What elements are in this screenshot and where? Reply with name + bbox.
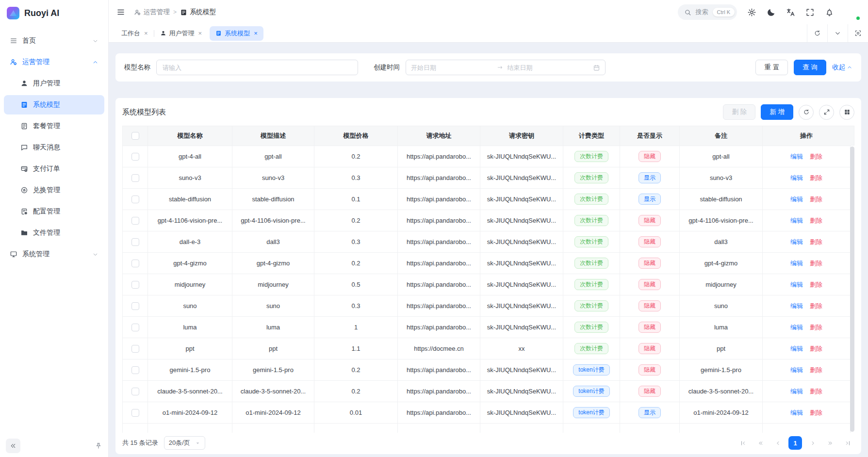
row-checkbox[interactable] — [131, 302, 139, 310]
sidebar-item-3[interactable]: 聊天消息 — [4, 138, 104, 157]
reset-button[interactable]: 重 置 — [755, 60, 788, 75]
edit-link[interactable]: 编辑 — [790, 217, 803, 224]
row-checkbox[interactable] — [131, 260, 139, 267]
model-price-cell: 0.3 — [314, 295, 398, 317]
tab-close-icon[interactable]: × — [254, 30, 258, 37]
row-checkbox[interactable] — [131, 388, 139, 395]
pin-icon[interactable] — [95, 442, 102, 450]
settings-gear-icon[interactable] — [747, 8, 756, 17]
edit-link[interactable]: 编辑 — [790, 196, 803, 203]
edit-link[interactable]: 编辑 — [790, 174, 803, 181]
sidebar-item-5[interactable]: 兑换管理 — [4, 180, 104, 200]
page-number-button[interactable]: 1 — [788, 436, 802, 450]
batch-delete-button[interactable]: 删 除 — [723, 104, 755, 120]
edit-link[interactable]: 编辑 — [790, 388, 803, 395]
notification-bell-icon[interactable] — [825, 8, 834, 17]
delete-link[interactable]: 删除 — [810, 153, 822, 160]
end-date-input[interactable] — [508, 64, 590, 71]
select-all-checkbox[interactable] — [131, 132, 139, 140]
row-checkbox[interactable] — [131, 324, 139, 331]
delete-link[interactable]: 删除 — [810, 366, 822, 374]
search-button[interactable]: 查 询 — [794, 60, 826, 75]
model-name-cell: gpt-4-1106-vision-pre... — [148, 210, 232, 231]
row-checkbox[interactable] — [131, 281, 139, 289]
search-placeholder: 搜索 — [696, 8, 708, 16]
sidebar-item-7[interactable]: 文件管理 — [4, 223, 104, 243]
edit-link[interactable]: 编辑 — [790, 302, 803, 310]
sidebar-collapse-button[interactable] — [6, 439, 20, 453]
tab-close-icon[interactable]: × — [198, 30, 202, 37]
breadcrumb-item-operations[interactable]: 运营管理 — [134, 8, 170, 16]
sidebar-item-2[interactable]: 套餐管理 — [4, 116, 104, 136]
edit-link[interactable]: 编辑 — [790, 366, 803, 374]
global-search[interactable]: 搜索 Ctrl K — [678, 4, 737, 20]
next-page-button[interactable] — [806, 436, 819, 450]
tab-2[interactable]: 系统模型× — [210, 26, 263, 41]
edit-link[interactable]: 编辑 — [790, 409, 803, 416]
delete-link[interactable]: 删除 — [810, 174, 822, 181]
jump-back-button[interactable] — [753, 436, 767, 450]
delete-link[interactable]: 删除 — [810, 196, 822, 203]
delete-link[interactable]: 删除 — [810, 217, 822, 224]
add-button[interactable]: 新 增 — [761, 104, 793, 120]
tab-1[interactable]: 用户管理× — [154, 24, 208, 42]
column-settings-icon[interactable] — [839, 105, 854, 120]
row-checkbox[interactable] — [131, 153, 139, 161]
double-chevron-left-icon — [10, 442, 16, 449]
edit-link[interactable]: 编辑 — [790, 153, 803, 160]
row-select-cell — [123, 274, 148, 295]
sidebar-item-4[interactable]: 支付订单 — [4, 159, 104, 179]
actions-cell: 编辑删除 — [763, 253, 851, 274]
row-checkbox[interactable] — [131, 345, 139, 353]
start-date-input[interactable] — [411, 64, 493, 71]
table-refresh-icon[interactable] — [799, 105, 814, 120]
table-expand-icon[interactable] — [819, 105, 834, 120]
sidebar-item-1[interactable]: 系统模型 — [4, 95, 104, 114]
row-checkbox[interactable] — [131, 409, 139, 417]
language-translate-icon[interactable] — [786, 8, 795, 17]
refresh-tab-icon[interactable] — [807, 24, 827, 42]
tab-menu-chevron-icon[interactable] — [827, 24, 848, 42]
delete-link[interactable]: 删除 — [810, 302, 822, 310]
edit-link[interactable]: 编辑 — [790, 281, 803, 288]
user-avatar[interactable] — [844, 4, 860, 20]
sidebar-item-home[interactable]: 首页 — [4, 31, 104, 50]
page-size-select[interactable]: 20条/页 — [164, 436, 205, 450]
edit-link[interactable]: 编辑 — [790, 260, 803, 267]
delete-link[interactable]: 删除 — [810, 324, 822, 331]
row-checkbox[interactable] — [131, 217, 139, 225]
logo[interactable]: Ruoyi AI — [0, 0, 108, 26]
model-name-input[interactable] — [156, 60, 358, 75]
hamburger-icon[interactable] — [114, 5, 128, 19]
delete-link[interactable]: 删除 — [810, 260, 822, 267]
row-checkbox[interactable] — [131, 174, 139, 182]
tab-0[interactable]: 工作台× — [115, 24, 154, 42]
fullscreen-icon[interactable] — [805, 8, 815, 17]
delete-link[interactable]: 删除 — [810, 388, 822, 395]
scrollbar-thumb[interactable] — [850, 147, 854, 432]
sidebar-item-6[interactable]: 配置管理 — [4, 202, 104, 221]
content-fullscreen-icon[interactable] — [848, 24, 868, 42]
table-wrap: 模型名称模型描述模型价格请求地址请求密钥计费类型是否显示备注操作 gpt-4-a… — [122, 126, 854, 433]
row-checkbox[interactable] — [131, 366, 139, 374]
row-checkbox[interactable] — [131, 238, 139, 246]
jump-forward-button[interactable] — [823, 436, 837, 450]
delete-link[interactable]: 删除 — [810, 238, 822, 245]
delete-link[interactable]: 删除 — [810, 409, 822, 416]
edit-link[interactable]: 编辑 — [790, 345, 803, 352]
prev-page-button[interactable] — [771, 436, 785, 450]
row-checkbox[interactable] — [131, 196, 139, 203]
collapse-filter-link[interactable]: 收起 — [832, 63, 852, 72]
first-page-button[interactable] — [736, 436, 750, 450]
dark-mode-moon-icon[interactable] — [767, 8, 776, 17]
edit-link[interactable]: 编辑 — [790, 238, 803, 245]
date-range-picker[interactable] — [406, 60, 606, 75]
sidebar-item-operations[interactable]: 运营管理 — [4, 52, 104, 72]
edit-link[interactable]: 编辑 — [790, 324, 803, 331]
sidebar-item-system[interactable]: 系统管理 — [4, 245, 104, 264]
delete-link[interactable]: 删除 — [810, 281, 822, 288]
delete-link[interactable]: 删除 — [810, 345, 822, 352]
sidebar-item-0[interactable]: 用户管理 — [4, 74, 104, 93]
tab-close-icon[interactable]: × — [144, 30, 148, 37]
last-page-button[interactable] — [841, 436, 854, 450]
